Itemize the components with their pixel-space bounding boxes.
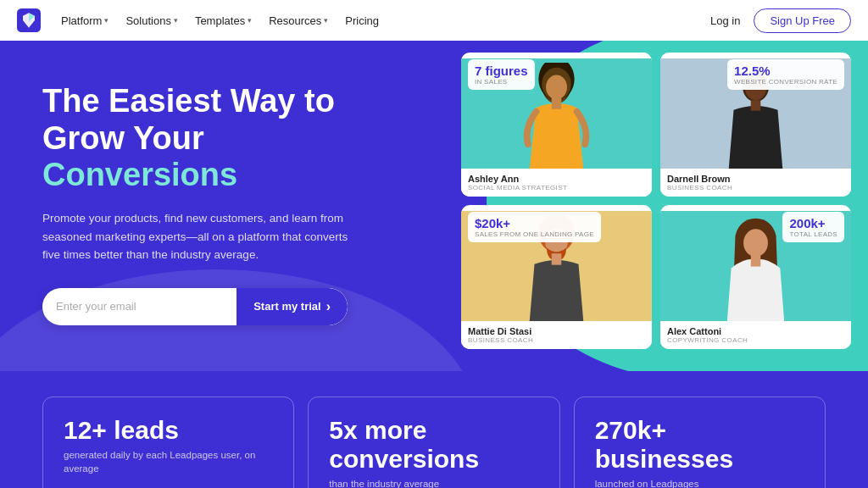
- chevron-down-icon: ▾: [248, 16, 252, 25]
- nav-templates[interactable]: Templates ▾: [195, 14, 252, 27]
- chevron-down-icon: ▾: [174, 16, 178, 25]
- stat-card-leads: 12+ leads generated daily by each Leadpa…: [42, 396, 294, 488]
- darnell-label: Darnell Brown BUSINESS COACH: [660, 169, 851, 197]
- nav-pricing[interactable]: Pricing: [345, 14, 379, 27]
- nav-solutions[interactable]: Solutions ▾: [125, 14, 177, 27]
- stat-badge-mattie: $20k+ SALES FROM ONE LANDING PAGE: [468, 212, 601, 242]
- hero-section: The Easiest Way to Grow Your Conversions…: [0, 41, 868, 371]
- person-card-alex: 200k+ TOTAL LEADS: [660, 205, 851, 349]
- nav-links: Platform ▾ Solutions ▾ Templates ▾ Resou…: [61, 14, 690, 27]
- svg-point-12: [743, 229, 768, 257]
- logo-icon: [17, 8, 41, 32]
- svg-rect-5: [552, 97, 562, 108]
- stat-badge-ashley: 7 figures IN SALES: [468, 59, 535, 90]
- nav-platform[interactable]: Platform ▾: [61, 14, 108, 27]
- svg-rect-11: [552, 253, 562, 264]
- chevron-down-icon: ▾: [324, 16, 328, 25]
- hero-description: Promote your products, find new customer…: [42, 209, 364, 264]
- trial-button[interactable]: Start my trial ›: [236, 288, 348, 325]
- stat-badge-alex: 200k+ TOTAL LEADS: [782, 212, 844, 242]
- hero-left-content: The Easiest Way to Grow Your Conversions…: [0, 41, 424, 325]
- stat-card-conversions: 5x more conversions than the industry av…: [308, 396, 559, 488]
- svg-rect-13: [751, 255, 761, 266]
- stats-bar: 12+ leads generated daily by each Leadpa…: [0, 371, 868, 488]
- email-input[interactable]: [56, 300, 236, 313]
- svg-point-4: [546, 75, 567, 99]
- mattie-label: Mattie Di Stasi BUSINESS COACH: [461, 321, 652, 349]
- navbar: Platform ▾ Solutions ▾ Templates ▾ Resou…: [0, 0, 868, 41]
- nav-resources[interactable]: Resources ▾: [269, 14, 328, 27]
- stat-badge-darnell: 12.5% WEBSITE CONVERSION RATE: [727, 59, 844, 90]
- person-card-ashley: 7 figures IN SALES: [461, 53, 652, 197]
- nav-actions: Log in Sign Up Free: [710, 8, 851, 33]
- stat-card-businesses: 270k+ businesses launched on Leadpages: [574, 396, 826, 488]
- arrow-icon: ›: [326, 299, 331, 314]
- person-card-mattie: $20k+ SALES FROM ONE LANDING PAGE: [461, 205, 652, 349]
- alex-label: Alex Cattoni COPYWRITING COACH: [660, 321, 851, 349]
- signup-button[interactable]: Sign Up Free: [754, 8, 851, 33]
- person-cards-grid: 7 figures IN SALES: [444, 53, 868, 349]
- hero-right-cards: 7 figures IN SALES: [427, 41, 868, 371]
- chevron-down-icon: ▾: [104, 16, 108, 25]
- svg-rect-8: [751, 100, 761, 111]
- login-button[interactable]: Log in: [710, 14, 740, 27]
- ashley-label: Ashley Ann SOCIAL MEDIA STRATEGIST: [461, 169, 652, 197]
- person-card-darnell: 12.5% WEBSITE CONVERSION RATE: [660, 53, 851, 197]
- logo[interactable]: [17, 8, 41, 32]
- hero-title: The Easiest Way to Grow Your Conversions: [42, 83, 390, 194]
- email-form: Start my trial ›: [42, 288, 348, 325]
